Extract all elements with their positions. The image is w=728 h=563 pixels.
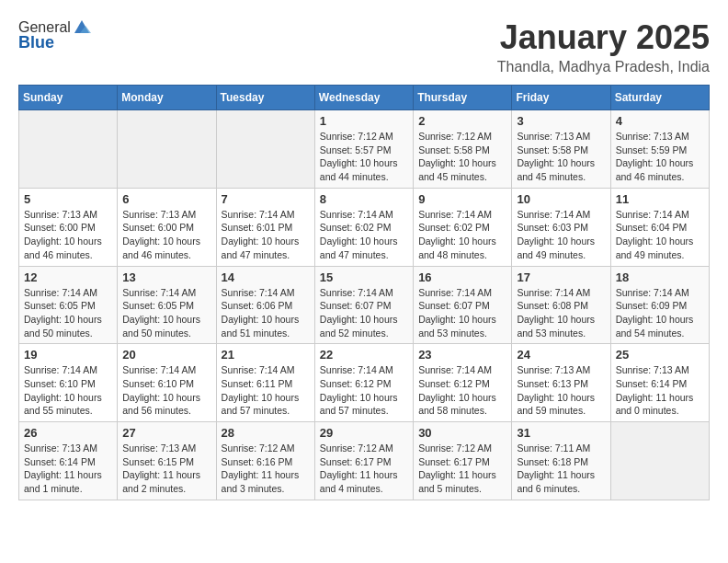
weekday-header: Saturday: [610, 86, 709, 110]
day-info: Sunrise: 7:14 AM Sunset: 6:06 PM Dayligh…: [222, 286, 310, 340]
calendar-week-row: 1Sunrise: 7:12 AM Sunset: 5:57 PM Daylig…: [19, 110, 710, 189]
calendar-cell: 21Sunrise: 7:14 AM Sunset: 6:11 PM Dayli…: [216, 344, 314, 422]
day-info: Sunrise: 7:13 AM Sunset: 6:14 PM Dayligh…: [24, 442, 112, 496]
day-info: Sunrise: 7:14 AM Sunset: 6:10 PM Dayligh…: [24, 363, 112, 418]
day-number: 1: [320, 114, 408, 128]
calendar-cell: 31Sunrise: 7:11 AM Sunset: 6:18 PM Dayli…: [512, 422, 610, 500]
day-number: 10: [517, 192, 605, 206]
day-number: 15: [320, 270, 408, 284]
day-info: Sunrise: 7:14 AM Sunset: 6:11 PM Dayligh…: [222, 363, 310, 418]
weekday-header: Friday: [512, 86, 610, 110]
calendar-cell: 26Sunrise: 7:13 AM Sunset: 6:14 PM Dayli…: [19, 422, 118, 500]
day-number: 28: [222, 426, 310, 440]
day-number: 13: [122, 270, 210, 284]
calendar-cell: 18Sunrise: 7:14 AM Sunset: 6:09 PM Dayli…: [610, 266, 709, 344]
day-number: 27: [122, 426, 210, 440]
day-number: 29: [320, 426, 408, 440]
calendar-cell: [19, 110, 118, 189]
day-number: 5: [24, 192, 112, 206]
day-number: 21: [222, 348, 310, 362]
day-info: Sunrise: 7:14 AM Sunset: 6:04 PM Dayligh…: [616, 208, 704, 262]
day-number: 23: [418, 348, 506, 362]
calendar-cell: 28Sunrise: 7:12 AM Sunset: 6:16 PM Dayli…: [216, 422, 314, 500]
day-number: 2: [418, 114, 506, 128]
day-info: Sunrise: 7:12 AM Sunset: 6:16 PM Dayligh…: [222, 442, 310, 496]
calendar-table: SundayMondayTuesdayWednesdayThursdayFrid…: [18, 85, 710, 500]
day-number: 16: [418, 270, 506, 284]
day-number: 7: [222, 192, 310, 206]
day-info: Sunrise: 7:14 AM Sunset: 6:12 PM Dayligh…: [418, 363, 506, 418]
logo: General Blue: [18, 18, 91, 52]
day-info: Sunrise: 7:14 AM Sunset: 6:02 PM Dayligh…: [418, 208, 506, 262]
weekday-header-row: SundayMondayTuesdayWednesdayThursdayFrid…: [19, 86, 710, 110]
calendar-cell: 22Sunrise: 7:14 AM Sunset: 6:12 PM Dayli…: [314, 344, 413, 422]
calendar-cell: 6Sunrise: 7:13 AM Sunset: 6:00 PM Daylig…: [118, 188, 216, 266]
day-number: 25: [616, 348, 704, 362]
weekday-header: Wednesday: [314, 86, 413, 110]
day-number: 6: [122, 192, 210, 206]
day-number: 3: [517, 114, 605, 128]
day-info: Sunrise: 7:13 AM Sunset: 6:14 PM Dayligh…: [616, 363, 704, 418]
day-number: 17: [517, 270, 605, 284]
day-info: Sunrise: 7:12 AM Sunset: 6:17 PM Dayligh…: [320, 442, 408, 496]
day-info: Sunrise: 7:14 AM Sunset: 6:05 PM Dayligh…: [24, 286, 112, 340]
calendar-week-row: 12Sunrise: 7:14 AM Sunset: 6:05 PM Dayli…: [19, 266, 710, 344]
weekday-header: Sunday: [19, 86, 118, 110]
calendar-cell: 5Sunrise: 7:13 AM Sunset: 6:00 PM Daylig…: [19, 188, 118, 266]
page-header: General Blue January 2025 Thandla, Madhy…: [18, 18, 710, 75]
calendar-cell: 16Sunrise: 7:14 AM Sunset: 6:07 PM Dayli…: [414, 266, 512, 344]
weekday-header: Thursday: [414, 86, 512, 110]
title-block: January 2025 Thandla, Madhya Pradesh, In…: [497, 18, 710, 75]
day-number: 30: [418, 426, 506, 440]
calendar-cell: 29Sunrise: 7:12 AM Sunset: 6:17 PM Dayli…: [314, 422, 413, 500]
day-number: 18: [616, 270, 704, 284]
logo-icon: [73, 18, 91, 37]
day-number: 12: [24, 270, 112, 284]
calendar-cell: 30Sunrise: 7:12 AM Sunset: 6:17 PM Dayli…: [414, 422, 512, 500]
day-info: Sunrise: 7:14 AM Sunset: 6:08 PM Dayligh…: [517, 286, 605, 340]
calendar-cell: 1Sunrise: 7:12 AM Sunset: 5:57 PM Daylig…: [314, 110, 413, 189]
day-number: 22: [320, 348, 408, 362]
calendar-cell: 15Sunrise: 7:14 AM Sunset: 6:07 PM Dayli…: [314, 266, 413, 344]
day-number: 4: [616, 114, 704, 128]
day-number: 11: [616, 192, 704, 206]
calendar-cell: 14Sunrise: 7:14 AM Sunset: 6:06 PM Dayli…: [216, 266, 314, 344]
day-info: Sunrise: 7:13 AM Sunset: 5:58 PM Dayligh…: [517, 130, 605, 184]
weekday-header: Monday: [118, 86, 216, 110]
day-number: 26: [24, 426, 112, 440]
day-info: Sunrise: 7:13 AM Sunset: 5:59 PM Dayligh…: [616, 130, 704, 184]
day-info: Sunrise: 7:13 AM Sunset: 6:13 PM Dayligh…: [517, 363, 605, 418]
day-number: 31: [517, 426, 605, 440]
calendar-cell: 10Sunrise: 7:14 AM Sunset: 6:03 PM Dayli…: [512, 188, 610, 266]
day-number: 24: [517, 348, 605, 362]
day-info: Sunrise: 7:12 AM Sunset: 6:17 PM Dayligh…: [418, 442, 506, 496]
calendar-cell: 24Sunrise: 7:13 AM Sunset: 6:13 PM Dayli…: [512, 344, 610, 422]
day-info: Sunrise: 7:14 AM Sunset: 6:01 PM Dayligh…: [222, 208, 310, 262]
calendar-cell: [610, 422, 709, 500]
calendar-cell: 20Sunrise: 7:14 AM Sunset: 6:10 PM Dayli…: [118, 344, 216, 422]
day-info: Sunrise: 7:14 AM Sunset: 6:10 PM Dayligh…: [122, 363, 210, 418]
calendar-cell: 23Sunrise: 7:14 AM Sunset: 6:12 PM Dayli…: [414, 344, 512, 422]
day-info: Sunrise: 7:12 AM Sunset: 5:58 PM Dayligh…: [418, 130, 506, 184]
day-info: Sunrise: 7:14 AM Sunset: 6:05 PM Dayligh…: [122, 286, 210, 340]
day-number: 14: [222, 270, 310, 284]
day-info: Sunrise: 7:14 AM Sunset: 6:09 PM Dayligh…: [616, 286, 704, 340]
day-info: Sunrise: 7:14 AM Sunset: 6:07 PM Dayligh…: [418, 286, 506, 340]
day-number: 20: [122, 348, 210, 362]
calendar-cell: 2Sunrise: 7:12 AM Sunset: 5:58 PM Daylig…: [414, 110, 512, 189]
day-info: Sunrise: 7:14 AM Sunset: 6:07 PM Dayligh…: [320, 286, 408, 340]
calendar-cell: [118, 110, 216, 189]
day-number: 19: [24, 348, 112, 362]
day-info: Sunrise: 7:14 AM Sunset: 6:03 PM Dayligh…: [517, 208, 605, 262]
day-info: Sunrise: 7:14 AM Sunset: 6:12 PM Dayligh…: [320, 363, 408, 418]
calendar-cell: 25Sunrise: 7:13 AM Sunset: 6:14 PM Dayli…: [610, 344, 709, 422]
day-info: Sunrise: 7:11 AM Sunset: 6:18 PM Dayligh…: [517, 442, 605, 496]
day-info: Sunrise: 7:12 AM Sunset: 5:57 PM Dayligh…: [320, 130, 408, 184]
calendar-cell: 13Sunrise: 7:14 AM Sunset: 6:05 PM Dayli…: [118, 266, 216, 344]
calendar-week-row: 5Sunrise: 7:13 AM Sunset: 6:00 PM Daylig…: [19, 188, 710, 266]
calendar-cell: 9Sunrise: 7:14 AM Sunset: 6:02 PM Daylig…: [414, 188, 512, 266]
calendar-cell: 12Sunrise: 7:14 AM Sunset: 6:05 PM Dayli…: [19, 266, 118, 344]
day-info: Sunrise: 7:13 AM Sunset: 6:00 PM Dayligh…: [122, 208, 210, 262]
calendar-cell: 8Sunrise: 7:14 AM Sunset: 6:02 PM Daylig…: [314, 188, 413, 266]
day-info: Sunrise: 7:13 AM Sunset: 6:15 PM Dayligh…: [122, 442, 210, 496]
